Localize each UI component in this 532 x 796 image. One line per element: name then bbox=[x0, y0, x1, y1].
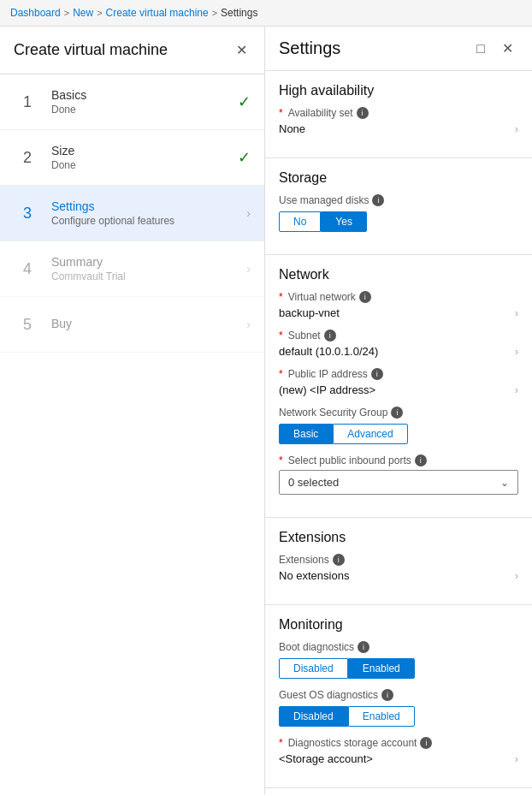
breadcrumb-create-vm[interactable]: Create virtual machine bbox=[106, 7, 209, 19]
managed-disks-no[interactable]: No bbox=[279, 211, 321, 232]
guest-os-diagnostics-field: Guest OS diagnostics i Disabled Enabled bbox=[279, 689, 518, 727]
subnet-info-icon[interactable]: i bbox=[324, 330, 336, 342]
step-item-basics[interactable]: 1 Basics Done ✓ bbox=[0, 74, 264, 130]
left-panel: Create virtual machine ✕ 1 Basics Done ✓… bbox=[0, 27, 265, 794]
step-content-5: Buy bbox=[51, 317, 239, 332]
right-content: High availability * Availability set i N… bbox=[265, 71, 532, 794]
diagnostics-storage-field: * Diagnostics storage account i <Storage… bbox=[279, 737, 518, 765]
managed-disks-info-icon[interactable]: i bbox=[372, 194, 384, 206]
subnet-current: default (10.0.1.0/24) bbox=[279, 345, 378, 358]
extensions-label: Extensions i bbox=[279, 554, 518, 566]
step-number-1: 1 bbox=[14, 88, 41, 116]
inbound-ports-select[interactable]: 0 selected ⌄ bbox=[279, 470, 518, 495]
nsg-label: Network Security Group i bbox=[279, 407, 518, 419]
availability-set-value[interactable]: None › bbox=[279, 122, 518, 135]
diagnostics-storage-value[interactable]: <Storage account> › bbox=[279, 752, 518, 765]
storage-title: Storage bbox=[279, 170, 518, 186]
step-title-5: Buy bbox=[51, 317, 239, 330]
step-content-2: Size Done bbox=[51, 144, 231, 171]
right-header: Settings □ ✕ bbox=[265, 27, 532, 71]
subnet-field: * Subnet i default (10.0.1.0/24) › bbox=[279, 330, 518, 358]
guest-os-diagnostics-info-icon[interactable]: i bbox=[381, 689, 393, 701]
virtual-network-required: * bbox=[279, 291, 283, 303]
extensions-value[interactable]: No extensions › bbox=[279, 569, 518, 582]
maximize-button[interactable]: □ bbox=[471, 37, 490, 60]
inbound-ports-label-text: Select public inbound ports bbox=[288, 454, 411, 466]
nsg-basic[interactable]: Basic bbox=[279, 424, 333, 444]
diagnostics-storage-info-icon[interactable]: i bbox=[420, 737, 432, 749]
extensions-info-icon[interactable]: i bbox=[333, 554, 345, 566]
public-ip-current: (new) <IP address> bbox=[279, 383, 375, 396]
nsg-info-icon[interactable]: i bbox=[391, 407, 403, 419]
inbound-ports-label: * Select public inbound ports i bbox=[279, 454, 518, 466]
wizard-title: Create virtual machine bbox=[14, 41, 168, 59]
monitoring-section: Monitoring Boot diagnostics i Disabled E… bbox=[265, 605, 532, 788]
virtual-network-field: * Virtual network i backup-vnet › bbox=[279, 291, 518, 319]
step-number-4: 4 bbox=[14, 255, 41, 282]
left-header: Create virtual machine ✕ bbox=[0, 27, 264, 74]
guest-os-diagnostics-enabled[interactable]: Enabled bbox=[348, 706, 415, 727]
breadcrumb-new[interactable]: New bbox=[73, 7, 93, 19]
availability-set-info-icon[interactable]: i bbox=[357, 107, 369, 119]
boot-diagnostics-field: Boot diagnostics i Disabled Enabled bbox=[279, 641, 518, 679]
close-button[interactable]: ✕ bbox=[233, 39, 251, 62]
inbound-ports-info-icon[interactable]: i bbox=[415, 454, 427, 466]
right-panel-title: Settings bbox=[279, 39, 340, 58]
managed-disks-toggle: No Yes bbox=[279, 211, 518, 232]
subnet-required: * bbox=[279, 330, 283, 342]
step-content-4: Summary Commvault Trial bbox=[51, 255, 239, 282]
network-section: Network * Virtual network i backup-vnet … bbox=[265, 255, 532, 518]
main-layout: Create virtual machine ✕ 1 Basics Done ✓… bbox=[0, 27, 532, 794]
managed-disks-label: Use managed disks i bbox=[279, 194, 518, 206]
guest-os-diagnostics-disabled[interactable]: Disabled bbox=[279, 706, 348, 727]
nsg-toggle: Basic Advanced bbox=[279, 424, 518, 444]
step-title-2: Size bbox=[51, 144, 231, 157]
diagnostics-storage-label: * Diagnostics storage account i bbox=[279, 737, 518, 749]
step-item-settings[interactable]: 3 Settings Configure optional features › bbox=[0, 186, 264, 241]
inbound-ports-field: * Select public inbound ports i 0 select… bbox=[279, 454, 518, 495]
virtual-network-info-icon[interactable]: i bbox=[359, 291, 371, 303]
boot-diagnostics-enabled[interactable]: Enabled bbox=[348, 658, 415, 679]
subnet-label: * Subnet i bbox=[279, 330, 518, 342]
step-item-summary[interactable]: 4 Summary Commvault Trial › bbox=[0, 241, 264, 297]
step-subtitle-1: Done bbox=[51, 104, 231, 116]
virtual-network-arrow: › bbox=[515, 306, 518, 319]
boot-diagnostics-label: Boot diagnostics i bbox=[279, 641, 518, 653]
step-list: 1 Basics Done ✓ 2 Size Done ✓ 3 bbox=[0, 74, 264, 794]
nsg-label-text: Network Security Group bbox=[279, 407, 387, 419]
close-right-button[interactable]: ✕ bbox=[497, 37, 518, 60]
subnet-value[interactable]: default (10.0.1.0/24) › bbox=[279, 345, 518, 358]
step-arrow-3: › bbox=[246, 206, 251, 220]
availability-set-field: * Availability set i None › bbox=[279, 107, 518, 135]
managed-disks-field: Use managed disks i No Yes bbox=[279, 194, 518, 232]
public-ip-required: * bbox=[279, 368, 283, 380]
virtual-network-current: backup-vnet bbox=[279, 306, 340, 319]
availability-set-required: * bbox=[279, 107, 283, 119]
managed-disks-yes[interactable]: Yes bbox=[321, 211, 367, 232]
public-ip-value[interactable]: (new) <IP address> › bbox=[279, 383, 518, 396]
subnet-arrow: › bbox=[515, 345, 518, 358]
public-ip-info-icon[interactable]: i bbox=[371, 368, 383, 380]
step-number-5: 5 bbox=[14, 311, 41, 338]
managed-disks-label-text: Use managed disks bbox=[279, 194, 369, 206]
boot-diagnostics-disabled[interactable]: Disabled bbox=[279, 658, 348, 679]
step-item-buy[interactable]: 5 Buy › bbox=[0, 297, 264, 353]
step-content-3: Settings Configure optional features bbox=[51, 199, 239, 227]
availability-set-current: None bbox=[279, 122, 305, 135]
high-availability-section: High availability * Availability set i N… bbox=[265, 71, 532, 158]
boot-diagnostics-info-icon[interactable]: i bbox=[358, 641, 369, 653]
virtual-network-value[interactable]: backup-vnet › bbox=[279, 306, 518, 319]
breadcrumb-sep-1: > bbox=[64, 8, 69, 18]
diagnostics-storage-current: <Storage account> bbox=[279, 752, 373, 765]
step-number-3: 3 bbox=[14, 199, 41, 227]
nsg-field: Network Security Group i Basic Advanced bbox=[279, 407, 518, 444]
network-title: Network bbox=[279, 267, 518, 282]
breadcrumb: Dashboard > New > Create virtual machine… bbox=[0, 0, 532, 27]
breadcrumb-dashboard[interactable]: Dashboard bbox=[10, 7, 61, 19]
step-content-1: Basics Done bbox=[51, 88, 231, 116]
step-item-size[interactable]: 2 Size Done ✓ bbox=[0, 130, 264, 186]
public-ip-field: * Public IP address i (new) <IP address>… bbox=[279, 368, 518, 396]
virtual-network-label-text: Virtual network bbox=[288, 291, 356, 303]
nsg-advanced[interactable]: Advanced bbox=[333, 424, 407, 444]
storage-section: Storage Use managed disks i No Yes bbox=[265, 158, 532, 255]
